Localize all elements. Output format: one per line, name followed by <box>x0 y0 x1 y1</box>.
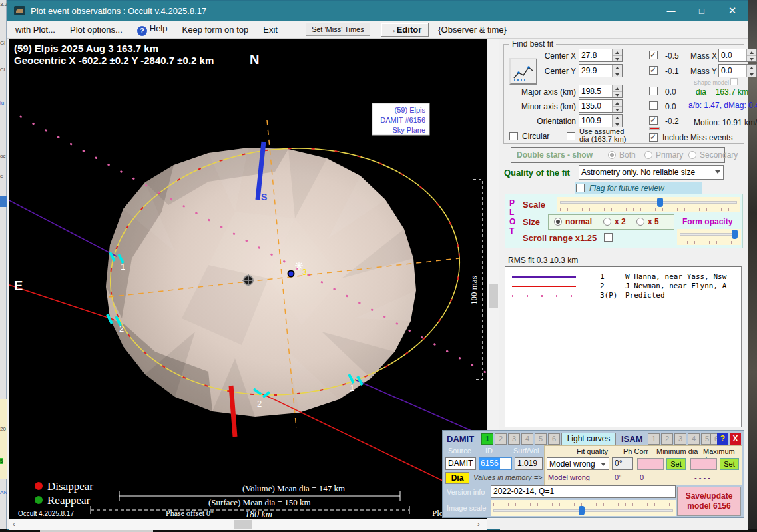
damit-tab-3[interactable]: 3 <box>508 433 520 445</box>
sky-plane-plot[interactable]: S 1 1 2 2 3 <box>9 39 487 519</box>
menu-help[interactable]: ?Help <box>137 23 168 36</box>
size-x2-radio[interactable] <box>603 218 611 226</box>
save-update-button[interactable]: Save/update model 6156 <box>677 487 741 516</box>
title-bar[interactable]: Plot event observations : Occult v.4.202… <box>7 1 748 21</box>
orientation-checkbox[interactable] <box>649 116 658 125</box>
scale-slider[interactable] <box>557 197 740 212</box>
help-button[interactable]: ? <box>717 433 728 445</box>
menu-bar: with Plot... Plot options... ?Help Keep … <box>7 21 748 39</box>
editor-button[interactable]: →Editor <box>381 23 429 37</box>
observer-list[interactable]: 1 W Hanna, near Yass, Nsw 2 J Newman, ne… <box>505 266 742 427</box>
dia-button[interactable]: Dia <box>445 472 469 484</box>
minor-axis-checkbox[interactable] <box>649 101 658 110</box>
scroll-range-checkbox[interactable] <box>604 233 613 242</box>
damit-tab-1[interactable]: 1 <box>481 433 493 445</box>
menu-with-plot[interactable]: with Plot... <box>15 25 55 35</box>
double-secondary-radio[interactable] <box>688 151 696 159</box>
version-info-label: Version info <box>447 488 485 496</box>
panel-close-button[interactable]: X <box>730 433 741 445</box>
damit-tab-4[interactable]: 4 <box>521 433 533 445</box>
bg-fragment: Cl <box>0 67 5 73</box>
isam-tab-1[interactable]: 1 <box>648 433 660 445</box>
double-stars-label: Double stars - show <box>517 150 593 160</box>
double-primary-radio[interactable] <box>644 151 652 159</box>
major-axis-label: Major axis (km) <box>517 87 576 97</box>
chord2-label-b: 2 <box>257 399 262 409</box>
fit-quality-value: Model wrong <box>549 459 595 469</box>
major-axis-checkbox[interactable] <box>649 87 658 95</box>
max-dia-box[interactable] <box>690 458 717 470</box>
center-x-checkbox[interactable] <box>649 51 658 59</box>
center-y-input[interactable]: 29.9 <box>579 64 623 77</box>
isam-label: ISAM <box>621 434 643 444</box>
list-item[interactable]: 3(P) Predicted <box>505 291 741 300</box>
scale-slider-thumb[interactable] <box>657 198 663 207</box>
save-line1: Save/update <box>678 491 740 501</box>
image-scale-label: Image scale <box>447 504 486 512</box>
set-miss-times-button[interactable]: Set 'Miss' Times <box>306 23 370 36</box>
svg-text:Sky Plane: Sky Plane <box>392 126 425 134</box>
plot-geocentric: Geocentric X -602.2 ±0.2 Y -2840.7 ±0.2 … <box>14 55 214 66</box>
size-normal-radio[interactable] <box>554 218 562 226</box>
double-secondary-label: Secondary <box>700 150 738 160</box>
observer-number: 2 <box>600 282 605 290</box>
major-axis-input[interactable]: 198.5 <box>579 85 623 98</box>
list-item[interactable]: 1 W Hanna, near Yass, Nsw <box>505 272 741 282</box>
min-dia-set-button[interactable]: Set <box>666 458 686 470</box>
isam-tab-3[interactable]: 3 <box>674 433 686 445</box>
flag-review-checkbox[interactable] <box>576 184 585 192</box>
memory-min-dia: 0 <box>640 473 644 481</box>
fit-quality-dropdown[interactable]: Model wrong <box>547 457 609 470</box>
max-dia-set-button[interactable]: Set <box>720 458 739 470</box>
damit-tab-2[interactable]: 2 <box>495 433 507 445</box>
scroll-left-icon[interactable]: ‹ <box>13 520 15 528</box>
use-assumed-label1: Use assumed <box>579 127 624 135</box>
size-label: Size <box>523 217 540 227</box>
scroll-right-icon[interactable]: › <box>477 520 480 528</box>
minor-axis-input[interactable]: 135.0 <box>579 99 623 113</box>
mass-y-input[interactable]: 0.0 <box>718 64 757 77</box>
minimize-button[interactable]: — <box>656 1 686 21</box>
isam-tab-4[interactable]: 4 <box>688 433 700 445</box>
disappear-dot <box>35 482 43 490</box>
double-both-radio[interactable] <box>608 151 616 159</box>
observer-time-label[interactable]: {Observer & time} <box>438 25 507 35</box>
bg-fragment: e <box>0 173 3 179</box>
isam-tab-2[interactable]: 2 <box>661 433 673 445</box>
orientation-input[interactable]: 100.9 <box>579 114 623 127</box>
version-info-box[interactable]: 2022-02-14, Q=1 <box>491 485 676 498</box>
maximize-button[interactable]: □ <box>686 1 717 21</box>
center-x-input[interactable]: 27.8 <box>579 49 623 62</box>
vscroll-thumb[interactable] <box>489 284 498 308</box>
damit-tab-6[interactable]: 6 <box>548 433 560 445</box>
list-item[interactable]: 2 J Newman, near Flynn, A <box>505 282 741 291</box>
menu-exit[interactable]: Exit <box>263 25 278 35</box>
hscroll-thumb[interactable] <box>234 520 252 529</box>
mass-x-input[interactable]: 0.0 <box>718 49 757 62</box>
surface-dia-label: (Surface) Mean dia = 150 km <box>208 497 311 507</box>
volume-dia-label: (Volume) Mean dia = 147 km <box>242 483 345 493</box>
bg-fragment: Gl <box>0 40 5 46</box>
size-x5-radio[interactable] <box>636 218 644 226</box>
quality-value: Astrometry only. No reliable size <box>581 168 695 177</box>
shape-model-checkbox[interactable] <box>730 78 738 85</box>
plot-horizontal-scrollbar[interactable]: ‹ › <box>9 519 487 530</box>
damit-tab-5[interactable]: 5 <box>535 433 547 445</box>
use-assumed-checkbox[interactable] <box>567 132 575 140</box>
include-miss-checkbox[interactable] <box>649 133 658 142</box>
min-dia-box[interactable] <box>637 458 664 470</box>
form-opacity-slider[interactable] <box>677 229 741 245</box>
image-scale-thumb[interactable] <box>579 506 585 515</box>
menu-plot-options[interactable]: Plot options... <box>70 25 123 35</box>
image-scale-slider[interactable] <box>491 500 676 516</box>
id-input[interactable]: 6156 <box>479 457 512 470</box>
light-curves-button[interactable]: Light curves <box>561 433 616 445</box>
close-button[interactable]: ✕ <box>717 1 748 21</box>
center-y-checkbox[interactable] <box>649 66 658 75</box>
circular-checkbox[interactable] <box>509 132 518 140</box>
double-stars-group: Double stars - show Both Primary Seconda… <box>511 147 725 163</box>
form-opacity-thumb[interactable] <box>732 230 738 239</box>
quality-dropdown[interactable]: Astrometry only. No reliable size <box>579 165 724 180</box>
bg-fragment: oc <box>0 153 5 159</box>
menu-keep-on-top[interactable]: Keep form on top <box>182 25 249 35</box>
